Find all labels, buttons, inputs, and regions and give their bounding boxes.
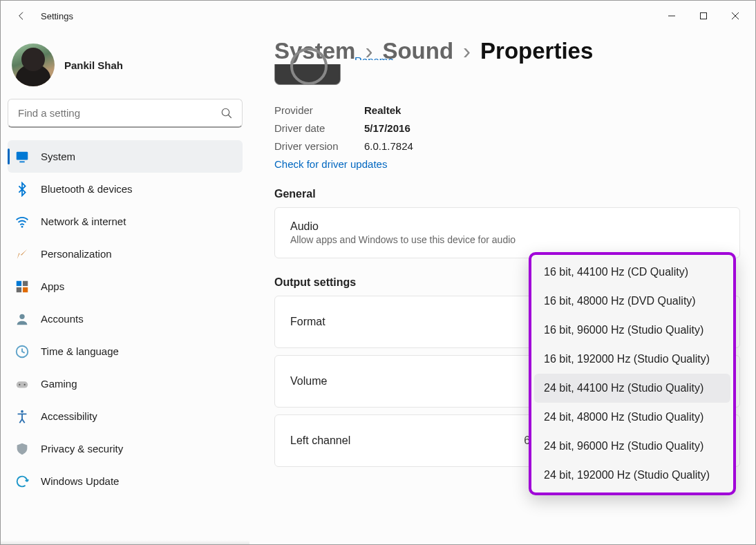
bluetooth-icon <box>15 182 30 197</box>
sidebar-item-label: Personalization <box>41 248 112 260</box>
format-option[interactable]: 24 bit, 44100 Hz (Studio Quality) <box>534 374 730 403</box>
privacy-icon <box>15 441 30 457</box>
svg-rect-0 <box>701 13 707 19</box>
format-option[interactable]: 24 bit, 48000 Hz (Studio Quality) <box>534 403 730 432</box>
minimize-button[interactable] <box>656 5 688 27</box>
network-icon <box>15 214 30 229</box>
volume-label: Volume <box>290 375 327 388</box>
sidebar-item-update[interactable]: Windows Update <box>8 465 243 497</box>
personalization-icon <box>15 247 30 262</box>
svg-point-12 <box>19 383 20 385</box>
update-icon <box>15 474 30 489</box>
svg-rect-7 <box>17 287 21 291</box>
sidebar-item-apps[interactable]: Apps <box>8 270 243 303</box>
sidebar-item-privacy[interactable]: Privacy & security <box>8 432 243 465</box>
sidebar-item-label: Privacy & security <box>41 443 123 455</box>
sidebar-item-label: Accessibility <box>41 410 97 422</box>
svg-point-13 <box>24 383 26 385</box>
system-icon <box>15 149 30 164</box>
svg-rect-6 <box>23 280 28 285</box>
format-option[interactable]: 16 bit, 192000 Hz (Studio Quality) <box>534 345 730 374</box>
main-content: System › Sound › Properties Rename Provi… <box>249 31 755 544</box>
svg-point-9 <box>19 314 24 318</box>
nav-list: SystemBluetooth & devicesNetwork & inter… <box>8 140 243 497</box>
sidebar-item-label: Windows Update <box>41 475 119 487</box>
window-controls <box>656 5 751 27</box>
section-general: General <box>274 188 740 200</box>
gaming-icon <box>15 376 30 392</box>
sidebar-item-bluetooth[interactable]: Bluetooth & devices <box>8 173 243 205</box>
avatar <box>12 44 55 86</box>
back-button[interactable] <box>10 5 32 27</box>
sidebar-item-gaming[interactable]: Gaming <box>8 367 243 400</box>
audio-desc: Allow apps and Windows to use this devic… <box>290 234 724 245</box>
user-profile[interactable]: Pankil Shah <box>8 38 243 99</box>
format-option[interactable]: 16 bit, 44100 Hz (CD Quality) <box>534 258 730 287</box>
svg-rect-11 <box>17 381 28 388</box>
sidebar-item-label: Network & internet <box>41 216 126 227</box>
format-label: Format <box>290 316 325 328</box>
driver-version-label: Driver version <box>274 137 343 155</box>
format-option[interactable]: 16 bit, 48000 Hz (DVD Quality) <box>534 287 730 316</box>
search-icon <box>220 107 233 119</box>
scroll-shadow <box>1 540 249 544</box>
device-header: Rename <box>274 64 740 85</box>
close-button[interactable] <box>719 5 751 27</box>
breadcrumb: System › Sound › Properties <box>274 38 740 64</box>
time-icon <box>15 344 30 359</box>
svg-point-14 <box>21 410 23 412</box>
sidebar-item-time[interactable]: Time & language <box>8 335 243 367</box>
apps-icon <box>15 279 30 294</box>
sidebar-item-label: System <box>41 151 75 162</box>
provider-value: Realtek <box>364 102 401 119</box>
format-option[interactable]: 24 bit, 96000 Hz (Studio Quality) <box>534 432 730 461</box>
provider-label: Provider <box>274 102 343 119</box>
sidebar-item-label: Time & language <box>41 345 119 357</box>
titlebar: Settings <box>1 1 755 31</box>
svg-rect-2 <box>17 151 28 160</box>
svg-point-4 <box>21 225 23 227</box>
check-updates-link[interactable]: Check for driver updates <box>274 158 740 170</box>
driver-date-label: Driver date <box>274 119 343 137</box>
sidebar-item-system[interactable]: System <box>8 140 243 173</box>
sidebar-item-label: Accounts <box>41 313 84 325</box>
sidebar-item-accounts[interactable]: Accounts <box>8 303 243 335</box>
svg-rect-5 <box>17 280 21 285</box>
rename-link[interactable]: Rename <box>355 55 394 60</box>
audio-card[interactable]: Audio Allow apps and Windows to use this… <box>274 207 740 258</box>
sidebar-item-network[interactable]: Network & internet <box>8 205 243 238</box>
page-title: Properties <box>480 38 593 64</box>
sidebar-item-personalization[interactable]: Personalization <box>8 238 243 270</box>
sidebar-item-label: Apps <box>41 280 64 292</box>
breadcrumb-sound[interactable]: Sound <box>382 38 453 64</box>
search-input[interactable] <box>8 99 243 128</box>
window-title: Settings <box>41 11 73 21</box>
svg-point-1 <box>222 108 229 116</box>
format-option[interactable]: 24 bit, 192000 Hz (Studio Quality) <box>534 461 730 490</box>
sidebar-item-accessibility[interactable]: Accessibility <box>8 400 243 432</box>
user-name: Pankil Shah <box>64 59 123 71</box>
audio-title: Audio <box>290 220 724 233</box>
accessibility-icon <box>15 409 30 424</box>
accounts-icon <box>15 312 30 327</box>
chevron-right-icon: › <box>365 38 372 64</box>
format-dropdown[interactable]: 16 bit, 44100 Hz (CD Quality)16 bit, 480… <box>529 252 736 495</box>
format-option[interactable]: 16 bit, 96000 Hz (Studio Quality) <box>534 316 730 345</box>
sidebar-item-label: Gaming <box>41 378 77 390</box>
svg-rect-8 <box>23 287 28 291</box>
driver-version-value: 6.0.1.7824 <box>364 137 413 155</box>
left-channel-label: Left channel <box>290 434 350 447</box>
driver-date-value: 5/17/2016 <box>364 119 410 137</box>
chevron-right-icon: › <box>463 38 471 64</box>
sidebar: Pankil Shah SystemBluetooth & devicesNet… <box>1 31 249 544</box>
sidebar-item-label: Bluetooth & devices <box>41 183 133 195</box>
driver-info: ProviderRealtek Driver date5/17/2016 Dri… <box>274 102 740 170</box>
svg-rect-3 <box>19 161 24 162</box>
device-thumbnail <box>274 64 341 85</box>
maximize-button[interactable] <box>688 5 719 27</box>
